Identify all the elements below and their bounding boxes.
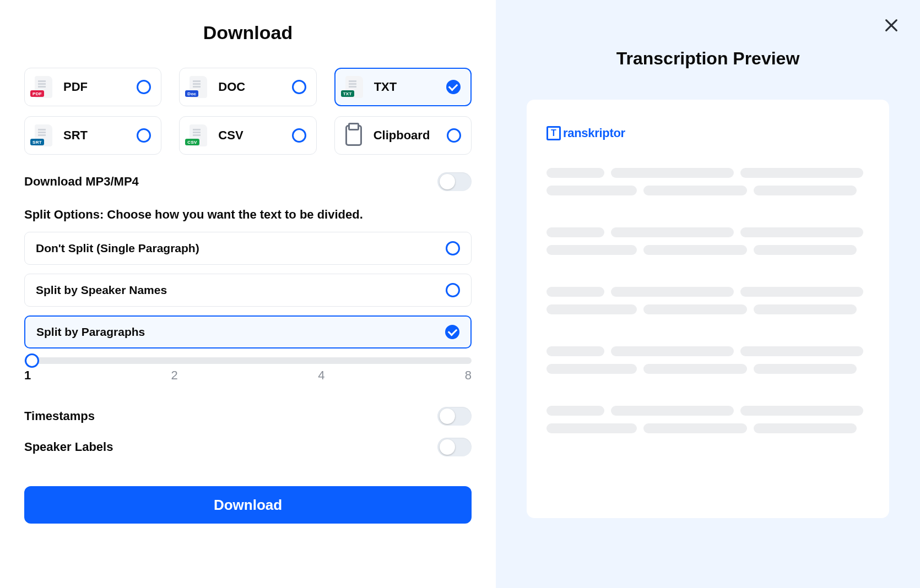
preview-placeholder-block	[546, 287, 869, 314]
format-label: PDF	[63, 80, 129, 94]
preview-card: T ranskriptor	[527, 100, 889, 518]
split-option-paragraphs[interactable]: Split by Paragraphs	[24, 315, 472, 349]
pdf-file-icon: PDF	[31, 75, 56, 99]
radio-unchecked-icon	[446, 283, 460, 297]
preview-placeholder-block	[546, 406, 869, 433]
slider-ticks: 1 2 4 8	[24, 368, 472, 383]
srt-file-icon: SRT	[31, 123, 56, 148]
split-option-nosplit[interactable]: Don't Split (Single Paragraph)	[24, 232, 472, 265]
download-media-row: Download MP3/MP4	[24, 172, 472, 191]
slider-track	[24, 357, 472, 364]
speaker-labels-row: Speaker Labels	[24, 438, 472, 456]
download-button[interactable]: Download	[24, 486, 472, 524]
split-options-heading: Split Options: Choose how you want the t…	[24, 208, 472, 222]
slider-tick: 4	[318, 368, 324, 383]
speaker-labels-toggle[interactable]	[437, 438, 472, 456]
radio-unchecked-icon	[292, 128, 306, 143]
slider-tick: 8	[465, 368, 472, 383]
format-label: CSV	[218, 128, 284, 143]
export-toggles: Timestamps Speaker Labels	[24, 407, 472, 456]
timestamps-label: Timestamps	[24, 409, 95, 423]
format-label: TXT	[374, 80, 439, 94]
radio-unchecked-icon	[446, 241, 460, 255]
download-media-label: Download MP3/MP4	[24, 175, 139, 189]
close-icon[interactable]	[883, 17, 900, 34]
radio-unchecked-icon	[292, 80, 306, 94]
radio-checked-icon	[445, 325, 459, 339]
speaker-labels-label: Speaker Labels	[24, 440, 113, 454]
download-title: Download	[24, 22, 472, 43]
radio-unchecked-icon	[137, 128, 151, 143]
split-option-label: Split by Paragraphs	[36, 325, 145, 339]
format-option-clipboard[interactable]: Clipboard	[334, 116, 472, 155]
download-media-toggle[interactable]	[437, 172, 472, 191]
preview-title: Transcription Preview	[527, 48, 889, 69]
paragraph-count-slider[interactable]: 1 2 4 8	[24, 357, 472, 383]
format-option-pdf[interactable]: PDF PDF	[24, 68, 161, 106]
radio-checked-icon	[446, 80, 461, 94]
slider-thumb[interactable]	[25, 353, 39, 368]
doc-file-icon: Doc	[186, 75, 210, 99]
brand-text: ranskriptor	[563, 126, 625, 140]
format-label: SRT	[63, 128, 129, 143]
preview-placeholder-block	[546, 168, 869, 195]
format-label: DOC	[218, 80, 284, 94]
preview-placeholder-block	[546, 227, 869, 255]
split-option-speaker[interactable]: Split by Speaker Names	[24, 274, 472, 307]
format-option-srt[interactable]: SRT SRT	[24, 116, 161, 155]
timestamps-toggle[interactable]	[437, 407, 472, 426]
slider-tick: 1	[24, 368, 31, 383]
clipboard-icon	[342, 123, 366, 148]
format-option-doc[interactable]: Doc DOC	[179, 68, 316, 106]
radio-unchecked-icon	[137, 80, 151, 94]
csv-file-icon: CSV	[186, 123, 210, 148]
brand-mark-icon: T	[546, 126, 561, 140]
radio-unchecked-icon	[447, 128, 461, 143]
preview-placeholder-block	[546, 346, 869, 374]
format-option-txt[interactable]: TXT TXT	[334, 68, 472, 106]
brand-logo: T ranskriptor	[546, 126, 869, 140]
slider-tick: 2	[171, 368, 178, 383]
format-grid: PDF PDF Doc DOC TXT TXT SRT SRT	[24, 68, 472, 155]
preview-panel: Transcription Preview T ranskriptor	[496, 0, 920, 588]
format-label: Clipboard	[374, 128, 439, 143]
timestamps-row: Timestamps	[24, 407, 472, 426]
txt-file-icon: TXT	[342, 75, 366, 99]
split-option-label: Don't Split (Single Paragraph)	[36, 242, 199, 255]
download-panel: Download PDF PDF Doc DOC TXT TXT SRT	[0, 0, 496, 588]
split-option-label: Split by Speaker Names	[36, 284, 167, 297]
format-option-csv[interactable]: CSV CSV	[179, 116, 316, 155]
